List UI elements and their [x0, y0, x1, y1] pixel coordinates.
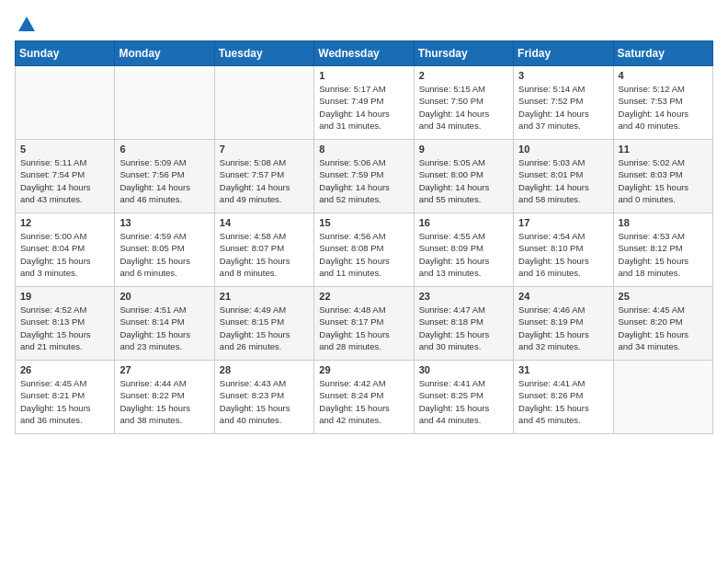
calendar-header-monday: Monday: [115, 41, 214, 66]
day-number: 9: [419, 144, 508, 155]
calendar-header-row: SundayMondayTuesdayWednesdayThursdayFrid…: [16, 41, 713, 66]
day-info: Sunrise: 5:05 AM Sunset: 8:00 PM Dayligh…: [419, 156, 508, 205]
day-number: 8: [319, 144, 408, 155]
day-info: Sunrise: 5:02 AM Sunset: 8:03 PM Dayligh…: [619, 156, 708, 205]
day-number: 16: [419, 217, 508, 228]
day-info: Sunrise: 4:55 AM Sunset: 8:09 PM Dayligh…: [419, 230, 508, 279]
day-number: 1: [319, 70, 408, 81]
day-info: Sunrise: 4:43 AM Sunset: 8:23 PM Dayligh…: [220, 377, 309, 426]
calendar-header-sunday: Sunday: [16, 41, 115, 66]
calendar-cell: 14Sunrise: 4:58 AM Sunset: 8:07 PM Dayli…: [214, 213, 313, 287]
calendar-cell: 24Sunrise: 4:46 AM Sunset: 8:19 PM Dayli…: [514, 287, 613, 361]
calendar-week-5: 26Sunrise: 4:45 AM Sunset: 8:21 PM Dayli…: [16, 361, 713, 434]
day-info: Sunrise: 4:49 AM Sunset: 8:15 PM Dayligh…: [220, 304, 309, 352]
calendar-table: SundayMondayTuesdayWednesdayThursdayFrid…: [15, 40, 713, 434]
day-number: 17: [518, 217, 608, 228]
calendar-cell: [115, 66, 214, 140]
calendar-cell: 16Sunrise: 4:55 AM Sunset: 8:09 PM Dayli…: [414, 213, 513, 287]
day-info: Sunrise: 4:42 AM Sunset: 8:24 PM Dayligh…: [319, 377, 408, 426]
day-info: Sunrise: 4:46 AM Sunset: 8:19 PM Dayligh…: [518, 304, 608, 352]
calendar-cell: 20Sunrise: 4:51 AM Sunset: 8:14 PM Dayli…: [115, 287, 214, 361]
calendar-cell: 3Sunrise: 5:14 AM Sunset: 7:52 PM Daylig…: [514, 66, 613, 140]
day-info: Sunrise: 5:14 AM Sunset: 7:52 PM Dayligh…: [518, 83, 608, 132]
calendar-cell: 1Sunrise: 5:17 AM Sunset: 7:49 PM Daylig…: [314, 66, 414, 140]
calendar-cell: 23Sunrise: 4:47 AM Sunset: 8:18 PM Dayli…: [414, 287, 513, 361]
day-info: Sunrise: 5:09 AM Sunset: 7:56 PM Dayligh…: [119, 156, 209, 205]
calendar-week-3: 12Sunrise: 5:00 AM Sunset: 8:04 PM Dayli…: [16, 213, 713, 287]
calendar-cell: 26Sunrise: 4:45 AM Sunset: 8:21 PM Dayli…: [16, 361, 115, 434]
day-number: 31: [518, 364, 608, 375]
day-number: 28: [220, 364, 309, 375]
calendar-cell: 28Sunrise: 4:43 AM Sunset: 8:23 PM Dayli…: [214, 361, 313, 434]
calendar-cell: 25Sunrise: 4:45 AM Sunset: 8:20 PM Dayli…: [613, 287, 712, 361]
calendar-cell: 21Sunrise: 4:49 AM Sunset: 8:15 PM Dayli…: [214, 287, 313, 361]
page-header: [15, 15, 713, 31]
day-number: 27: [119, 364, 209, 375]
calendar-cell: [214, 66, 313, 140]
calendar-cell: 6Sunrise: 5:09 AM Sunset: 7:56 PM Daylig…: [115, 140, 214, 213]
calendar-week-2: 5Sunrise: 5:11 AM Sunset: 7:54 PM Daylig…: [16, 140, 713, 213]
day-number: 12: [20, 217, 109, 228]
calendar-cell: 31Sunrise: 4:41 AM Sunset: 8:26 PM Dayli…: [514, 361, 613, 434]
day-info: Sunrise: 4:41 AM Sunset: 8:26 PM Dayligh…: [518, 377, 608, 426]
day-number: 2: [419, 70, 508, 81]
day-info: Sunrise: 4:45 AM Sunset: 8:20 PM Dayligh…: [619, 304, 708, 352]
day-number: 4: [619, 70, 708, 81]
logo: [15, 15, 37, 31]
day-info: Sunrise: 5:06 AM Sunset: 7:59 PM Dayligh…: [319, 156, 408, 205]
day-number: 10: [518, 144, 608, 155]
day-info: Sunrise: 4:52 AM Sunset: 8:13 PM Dayligh…: [20, 304, 109, 352]
calendar-header-saturday: Saturday: [613, 41, 712, 66]
calendar-cell: 4Sunrise: 5:12 AM Sunset: 7:53 PM Daylig…: [613, 66, 712, 140]
calendar-cell: 22Sunrise: 4:48 AM Sunset: 8:17 PM Dayli…: [314, 287, 414, 361]
day-number: 30: [419, 364, 508, 375]
day-number: 6: [119, 144, 209, 155]
day-number: 24: [518, 291, 608, 302]
calendar-header-thursday: Thursday: [414, 41, 513, 66]
calendar-cell: 12Sunrise: 5:00 AM Sunset: 8:04 PM Dayli…: [16, 213, 115, 287]
calendar-cell: 27Sunrise: 4:44 AM Sunset: 8:22 PM Dayli…: [115, 361, 214, 434]
day-number: 13: [119, 217, 209, 228]
day-number: 15: [319, 217, 408, 228]
day-number: 18: [619, 217, 708, 228]
day-number: 26: [20, 364, 109, 375]
calendar-cell: 18Sunrise: 4:53 AM Sunset: 8:12 PM Dayli…: [613, 213, 712, 287]
day-number: 23: [419, 291, 508, 302]
day-info: Sunrise: 4:58 AM Sunset: 8:07 PM Dayligh…: [220, 230, 309, 279]
day-number: 22: [319, 291, 408, 302]
day-number: 25: [619, 291, 708, 302]
day-number: 14: [220, 217, 309, 228]
day-number: 29: [319, 364, 408, 375]
day-info: Sunrise: 5:11 AM Sunset: 7:54 PM Dayligh…: [20, 156, 109, 205]
day-info: Sunrise: 4:45 AM Sunset: 8:21 PM Dayligh…: [20, 377, 109, 426]
day-info: Sunrise: 4:47 AM Sunset: 8:18 PM Dayligh…: [419, 304, 508, 352]
calendar-cell: 11Sunrise: 5:02 AM Sunset: 8:03 PM Dayli…: [613, 140, 712, 213]
calendar-header-wednesday: Wednesday: [314, 41, 414, 66]
day-info: Sunrise: 4:48 AM Sunset: 8:17 PM Dayligh…: [319, 304, 408, 352]
day-number: 3: [518, 70, 608, 81]
calendar-week-1: 1Sunrise: 5:17 AM Sunset: 7:49 PM Daylig…: [16, 66, 713, 140]
calendar-cell: 5Sunrise: 5:11 AM Sunset: 7:54 PM Daylig…: [16, 140, 115, 213]
day-number: 21: [220, 291, 309, 302]
calendar-cell: 19Sunrise: 4:52 AM Sunset: 8:13 PM Dayli…: [16, 287, 115, 361]
day-number: 5: [20, 144, 109, 155]
day-info: Sunrise: 4:51 AM Sunset: 8:14 PM Dayligh…: [119, 304, 209, 352]
calendar-cell: 2Sunrise: 5:15 AM Sunset: 7:50 PM Daylig…: [414, 66, 513, 140]
day-info: Sunrise: 4:41 AM Sunset: 8:25 PM Dayligh…: [419, 377, 508, 426]
calendar-cell: [16, 66, 115, 140]
day-info: Sunrise: 5:17 AM Sunset: 7:49 PM Dayligh…: [319, 83, 408, 132]
day-info: Sunrise: 5:08 AM Sunset: 7:57 PM Dayligh…: [220, 156, 309, 205]
day-info: Sunrise: 4:59 AM Sunset: 8:05 PM Dayligh…: [119, 230, 209, 279]
calendar-cell: 15Sunrise: 4:56 AM Sunset: 8:08 PM Dayli…: [314, 213, 414, 287]
calendar-cell: 9Sunrise: 5:05 AM Sunset: 8:00 PM Daylig…: [414, 140, 513, 213]
day-info: Sunrise: 4:44 AM Sunset: 8:22 PM Dayligh…: [119, 377, 209, 426]
calendar-header-friday: Friday: [514, 41, 613, 66]
day-info: Sunrise: 4:54 AM Sunset: 8:10 PM Dayligh…: [518, 230, 608, 279]
day-number: 11: [619, 144, 708, 155]
svg-marker-0: [18, 17, 35, 31]
calendar-cell: 7Sunrise: 5:08 AM Sunset: 7:57 PM Daylig…: [214, 140, 313, 213]
day-number: 20: [119, 291, 209, 302]
day-number: 7: [220, 144, 309, 155]
logo-icon: [17, 15, 37, 35]
calendar-cell: 30Sunrise: 4:41 AM Sunset: 8:25 PM Dayli…: [414, 361, 513, 434]
